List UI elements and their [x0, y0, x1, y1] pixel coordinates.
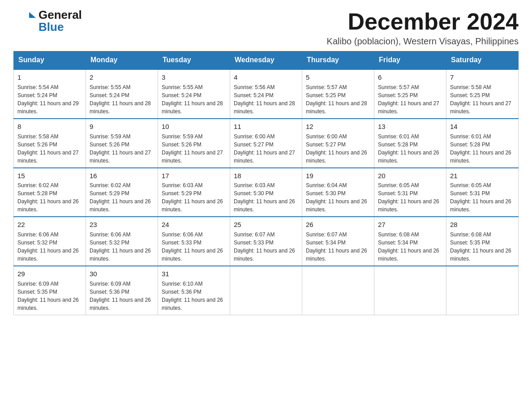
table-row: 8Sunrise: 5:58 AMSunset: 5:26 PMDaylight…	[14, 119, 86, 168]
day-number: 2	[90, 73, 154, 82]
day-info: Sunrise: 5:59 AMSunset: 5:26 PMDaylight:…	[90, 133, 154, 165]
table-row: 15Sunrise: 6:02 AMSunset: 5:28 PMDayligh…	[14, 168, 86, 217]
svg-rect-0	[13, 10, 36, 32]
day-number: 9	[90, 122, 154, 132]
table-row: 7Sunrise: 5:58 AMSunset: 5:25 PMDaylight…	[446, 69, 519, 119]
table-row: 12Sunrise: 6:00 AMSunset: 5:27 PMDayligh…	[302, 119, 374, 168]
day-number: 15	[17, 171, 82, 181]
day-number: 23	[90, 220, 154, 230]
table-row: 2Sunrise: 5:55 AMSunset: 5:24 PMDaylight…	[86, 69, 158, 119]
day-info: Sunrise: 6:10 AMSunset: 5:36 PMDaylight:…	[162, 280, 226, 312]
day-number: 18	[234, 171, 298, 181]
page-header: General Blue December 2024 Kalibo (pobla…	[13, 9, 519, 47]
calendar-week-row: 15Sunrise: 6:02 AMSunset: 5:28 PMDayligh…	[14, 168, 519, 217]
day-number: 8	[17, 122, 82, 132]
logo-words: General Blue	[39, 9, 82, 34]
day-number: 27	[378, 220, 442, 230]
col-sunday: Sunday	[14, 51, 86, 69]
location-subtitle: Kalibo (poblacion), Western Visayas, Phi…	[327, 36, 519, 47]
table-row: 10Sunrise: 5:59 AMSunset: 5:26 PMDayligh…	[158, 119, 230, 168]
day-number: 11	[234, 122, 298, 132]
day-info: Sunrise: 6:06 AMSunset: 5:33 PMDaylight:…	[162, 231, 226, 263]
table-row: 17Sunrise: 6:03 AMSunset: 5:29 PMDayligh…	[158, 168, 230, 217]
table-row: 5Sunrise: 5:57 AMSunset: 5:25 PMDaylight…	[302, 69, 374, 119]
col-friday: Friday	[374, 51, 446, 69]
day-info: Sunrise: 5:54 AMSunset: 5:24 PMDaylight:…	[17, 83, 82, 116]
day-number: 17	[162, 171, 226, 181]
day-number: 31	[162, 269, 226, 279]
day-info: Sunrise: 5:58 AMSunset: 5:26 PMDaylight:…	[17, 133, 82, 165]
day-number: 26	[306, 220, 370, 230]
day-info: Sunrise: 6:09 AMSunset: 5:36 PMDaylight:…	[90, 280, 154, 312]
day-info: Sunrise: 6:03 AMSunset: 5:30 PMDaylight:…	[234, 181, 298, 214]
day-info: Sunrise: 6:02 AMSunset: 5:29 PMDaylight:…	[90, 181, 154, 214]
col-wednesday: Wednesday	[230, 51, 302, 69]
day-number: 19	[306, 171, 370, 181]
day-info: Sunrise: 6:02 AMSunset: 5:28 PMDaylight:…	[17, 181, 82, 214]
title-area: December 2024 Kalibo (poblacion), Wester…	[327, 9, 519, 47]
calendar-body: 1Sunrise: 5:54 AMSunset: 5:24 PMDaylight…	[14, 69, 519, 315]
table-row: 21Sunrise: 6:05 AMSunset: 5:31 PMDayligh…	[446, 168, 519, 217]
day-info: Sunrise: 6:07 AMSunset: 5:33 PMDaylight:…	[234, 231, 298, 263]
table-row: 3Sunrise: 5:55 AMSunset: 5:24 PMDaylight…	[158, 69, 230, 119]
day-info: Sunrise: 6:06 AMSunset: 5:32 PMDaylight:…	[90, 231, 154, 263]
day-info: Sunrise: 6:04 AMSunset: 5:30 PMDaylight:…	[306, 181, 370, 214]
day-info: Sunrise: 5:59 AMSunset: 5:26 PMDaylight:…	[162, 133, 226, 165]
table-row	[374, 266, 446, 315]
day-number: 20	[378, 171, 442, 181]
table-row: 26Sunrise: 6:07 AMSunset: 5:34 PMDayligh…	[302, 217, 374, 266]
col-monday: Monday	[86, 51, 158, 69]
day-number: 24	[162, 220, 226, 230]
day-info: Sunrise: 5:57 AMSunset: 5:25 PMDaylight:…	[378, 83, 442, 116]
table-row: 16Sunrise: 6:02 AMSunset: 5:29 PMDayligh…	[86, 168, 158, 217]
day-number: 22	[17, 220, 82, 230]
day-info: Sunrise: 5:55 AMSunset: 5:24 PMDaylight:…	[162, 83, 226, 116]
col-thursday: Thursday	[302, 51, 374, 69]
table-row: 4Sunrise: 5:56 AMSunset: 5:24 PMDaylight…	[230, 69, 302, 119]
day-info: Sunrise: 6:09 AMSunset: 5:35 PMDaylight:…	[17, 280, 82, 312]
day-number: 29	[17, 269, 82, 279]
table-row: 24Sunrise: 6:06 AMSunset: 5:33 PMDayligh…	[158, 217, 230, 266]
day-info: Sunrise: 6:01 AMSunset: 5:28 PMDaylight:…	[378, 133, 442, 165]
table-row	[230, 266, 302, 315]
calendar-week-row: 8Sunrise: 5:58 AMSunset: 5:26 PMDaylight…	[14, 119, 519, 168]
logo-icon	[13, 10, 36, 32]
day-number: 14	[450, 122, 515, 132]
day-info: Sunrise: 6:05 AMSunset: 5:31 PMDaylight:…	[450, 181, 515, 214]
day-info: Sunrise: 6:01 AMSunset: 5:28 PMDaylight:…	[450, 133, 515, 165]
day-info: Sunrise: 5:58 AMSunset: 5:25 PMDaylight:…	[450, 83, 515, 116]
day-number: 28	[450, 220, 515, 230]
day-info: Sunrise: 6:00 AMSunset: 5:27 PMDaylight:…	[234, 133, 298, 165]
table-row: 20Sunrise: 6:05 AMSunset: 5:31 PMDayligh…	[374, 168, 446, 217]
day-number: 12	[306, 122, 370, 132]
day-info: Sunrise: 6:08 AMSunset: 5:35 PMDaylight:…	[450, 231, 515, 263]
day-info: Sunrise: 6:05 AMSunset: 5:31 PMDaylight:…	[378, 181, 442, 214]
calendar-week-row: 1Sunrise: 5:54 AMSunset: 5:24 PMDaylight…	[14, 69, 519, 119]
day-number: 25	[234, 220, 298, 230]
table-row: 28Sunrise: 6:08 AMSunset: 5:35 PMDayligh…	[446, 217, 519, 266]
day-number: 30	[90, 269, 154, 279]
table-row: 19Sunrise: 6:04 AMSunset: 5:30 PMDayligh…	[302, 168, 374, 217]
day-number: 21	[450, 171, 515, 181]
table-row	[302, 266, 374, 315]
day-number: 5	[306, 73, 370, 82]
table-row	[446, 266, 519, 315]
table-row: 14Sunrise: 6:01 AMSunset: 5:28 PMDayligh…	[446, 119, 519, 168]
day-number: 6	[378, 73, 442, 82]
day-number: 1	[17, 73, 82, 82]
day-number: 4	[234, 73, 298, 82]
table-row: 29Sunrise: 6:09 AMSunset: 5:35 PMDayligh…	[14, 266, 86, 315]
day-number: 10	[162, 122, 226, 132]
calendar-table: Sunday Monday Tuesday Wednesday Thursday…	[13, 51, 519, 315]
table-row: 22Sunrise: 6:06 AMSunset: 5:32 PMDayligh…	[14, 217, 86, 266]
table-row: 25Sunrise: 6:07 AMSunset: 5:33 PMDayligh…	[230, 217, 302, 266]
table-row: 23Sunrise: 6:06 AMSunset: 5:32 PMDayligh…	[86, 217, 158, 266]
table-row: 18Sunrise: 6:03 AMSunset: 5:30 PMDayligh…	[230, 168, 302, 217]
logo-general-text: General	[39, 9, 82, 21]
calendar-week-row: 22Sunrise: 6:06 AMSunset: 5:32 PMDayligh…	[14, 217, 519, 266]
table-row: 27Sunrise: 6:08 AMSunset: 5:34 PMDayligh…	[374, 217, 446, 266]
table-row: 1Sunrise: 5:54 AMSunset: 5:24 PMDaylight…	[14, 69, 86, 119]
calendar-header-row: Sunday Monday Tuesday Wednesday Thursday…	[14, 51, 519, 69]
day-info: Sunrise: 6:03 AMSunset: 5:29 PMDaylight:…	[162, 181, 226, 214]
day-number: 3	[162, 73, 226, 82]
